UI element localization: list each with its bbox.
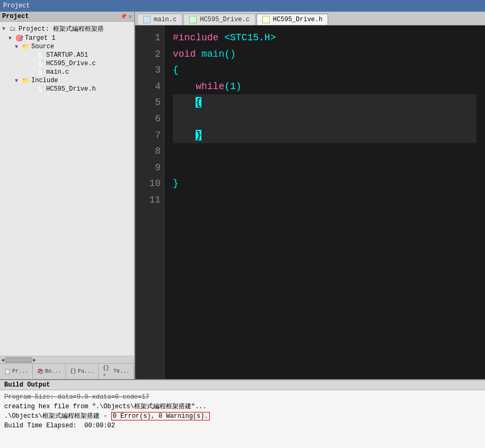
project-tree: ▼ 🗂 Project: 框架式編程框架搭 ▼ 🎯 Target 1 ▼ 📁 S… bbox=[0, 22, 134, 356]
tab-hc595-drive-c[interactable]: HC595_Drive.c bbox=[183, 14, 255, 25]
panel-tab-books-label: Bo... bbox=[45, 368, 61, 374]
build-line-2: creating hex file from ".\Objects\框架式編程框… bbox=[4, 402, 481, 411]
code-brace-close-main: } bbox=[173, 178, 179, 189]
tree-file-main-c[interactable]: 📄 main.c bbox=[0, 68, 134, 76]
tree-root-label: Project: 框架式編程框架搭 bbox=[19, 24, 104, 33]
tree-file-main-label: main.c bbox=[46, 68, 69, 76]
tab-hc595-drive-h[interactable]: HC595_Drive.h bbox=[257, 14, 329, 25]
project-panel-titlebar: Project 📌 ✕ bbox=[0, 12, 134, 22]
code-paren-1: () bbox=[224, 49, 236, 59]
tree-include-label: Include bbox=[31, 77, 58, 84]
code-content: 1 2 3 4 5 6 7 8 9 10 11 #include bbox=[135, 25, 485, 379]
code-line-9 bbox=[173, 160, 477, 176]
code-line-4: while(1) bbox=[173, 78, 477, 95]
code-keyword-void: void bbox=[173, 49, 201, 59]
code-paren-2: (1) bbox=[224, 81, 241, 92]
line-num-10: 10 bbox=[138, 175, 161, 192]
build-line-1: Program Size: data=9.0 xdata=0 code=17 bbox=[4, 392, 481, 402]
line-num-6: 6 bbox=[138, 111, 161, 127]
code-line-6 bbox=[173, 111, 477, 127]
code-brace-cursor: { bbox=[196, 97, 201, 108]
code-line-10: } bbox=[173, 175, 477, 192]
build-line-4: Build Time Elapsed: 00:00:02 bbox=[4, 421, 481, 431]
tab-main-c-icon bbox=[143, 16, 151, 23]
line-num-3: 3 bbox=[138, 62, 161, 78]
code-keyword-while: while bbox=[196, 81, 224, 92]
build-status-highlight: 0 Error(s), 0 Warning(s). bbox=[111, 412, 210, 420]
code-indent-4 bbox=[173, 81, 196, 92]
tree-file-startup[interactable]: 📄 STARTUP.A51 bbox=[0, 51, 134, 59]
line-num-8: 8 bbox=[138, 143, 161, 160]
pin-icon[interactable]: 📌 bbox=[120, 13, 127, 20]
code-func-main: main bbox=[201, 49, 224, 59]
tree-target[interactable]: ▼ 🎯 Target 1 bbox=[0, 34, 134, 42]
project-panel-title: Project bbox=[2, 13, 29, 20]
close-icon[interactable]: ✕ bbox=[129, 13, 132, 20]
tree-source-label: Source bbox=[31, 43, 54, 50]
build-output: Build Output Program Size: data=9.0 xdat… bbox=[0, 379, 485, 448]
tree-file-startup-label: STARTUP.A51 bbox=[46, 51, 88, 59]
tree-file-hc595-drive-h[interactable]: 📄 HC595_Drive.h bbox=[0, 85, 134, 93]
project-hscrollbar[interactable]: ◀ ▶ bbox=[0, 356, 134, 363]
build-output-title: Build Output bbox=[0, 380, 485, 390]
code-line-5: { bbox=[173, 94, 477, 111]
code-line-11 bbox=[173, 192, 477, 208]
panel-tab-templates-label: Te... bbox=[113, 368, 129, 374]
line-num-7: 7 bbox=[138, 127, 161, 144]
panel-bottom-tabs: 📋 Pr... 📚 Bo... {} Fu... {}₀ Te... bbox=[0, 363, 134, 379]
code-include-file: <STC15.H> bbox=[224, 32, 276, 43]
tab-hc595-drive-h-icon bbox=[262, 16, 270, 23]
tree-file-hc595-drive-c[interactable]: 📄 HC595_Drive.c bbox=[0, 59, 134, 68]
code-brace-open: { bbox=[173, 65, 179, 75]
line-num-9: 9 bbox=[138, 160, 161, 176]
code-brace-close-cursor: } bbox=[196, 130, 201, 140]
code-lines[interactable]: #include <STC15.H> void main() { while(1… bbox=[164, 25, 485, 379]
tab-main-c-label: main.c bbox=[154, 16, 177, 23]
build-output-title-label: Build Output bbox=[4, 381, 50, 389]
app-titlebar: Project bbox=[0, 0, 485, 12]
panel-tab-functions[interactable]: {} Fu... bbox=[66, 364, 99, 379]
panel-tab-books-icon: 📚 bbox=[37, 368, 43, 375]
line-numbers: 1 2 3 4 5 6 7 8 9 10 11 bbox=[135, 25, 164, 379]
tab-hc595-drive-c-label: HC595_Drive.c bbox=[200, 16, 250, 23]
build-output-content[interactable]: Program Size: data=9.0 xdata=0 code=17 c… bbox=[0, 390, 485, 448]
scroll-left-arrow[interactable]: ◀ bbox=[1, 357, 4, 363]
code-line-2: void main() bbox=[173, 46, 477, 63]
code-indent-5 bbox=[173, 97, 196, 108]
tree-file-hc595-label: HC595_Drive.c bbox=[46, 60, 96, 67]
panel-tab-templates[interactable]: {}₀ Te... bbox=[99, 364, 134, 379]
panel-tab-templates-icon: {}₀ bbox=[103, 365, 112, 377]
code-indent-7 bbox=[173, 130, 196, 140]
panel-tab-books[interactable]: 📚 Bo... bbox=[33, 364, 66, 379]
scroll-right-arrow[interactable]: ▶ bbox=[33, 357, 36, 363]
project-panel: Project 📌 ✕ ▼ 🗂 Project: 框架式編程框架搭 ▼ bbox=[0, 12, 135, 379]
scroll-thumb[interactable] bbox=[5, 357, 32, 363]
app-title-label: Project bbox=[3, 2, 30, 10]
code-editor[interactable]: 1 2 3 4 5 6 7 8 9 10 11 #include bbox=[135, 25, 485, 379]
tab-hc595-drive-h-label: HC595_Drive.h bbox=[273, 16, 323, 23]
panel-tab-project-icon: 📋 bbox=[4, 368, 11, 375]
code-keyword-include: #include bbox=[173, 32, 224, 43]
tree-include-folder[interactable]: ▼ 📁 Include bbox=[0, 76, 134, 85]
tab-main-c[interactable]: main.c bbox=[137, 14, 182, 25]
panel-tab-project[interactable]: 📋 Pr... bbox=[0, 364, 33, 379]
panel-tab-functions-label: Fu... bbox=[78, 368, 94, 374]
tree-source-folder[interactable]: ▼ 📁 Source bbox=[0, 42, 134, 51]
project-panel-controls: 📌 ✕ bbox=[120, 13, 132, 20]
build-line-3: .\Objects\框架式編程框架搭建 - 0 Error(s), 0 Warn… bbox=[4, 411, 481, 421]
tab-hc595-drive-c-icon bbox=[189, 16, 197, 23]
tree-root[interactable]: ▼ 🗂 Project: 框架式編程框架搭 bbox=[0, 24, 134, 34]
panel-tab-functions-icon: {} bbox=[70, 368, 76, 374]
line-num-5: 5 bbox=[138, 94, 161, 111]
code-line-1: #include <STC15.H> bbox=[173, 30, 477, 46]
tree-target-label: Target 1 bbox=[25, 34, 56, 42]
line-num-11: 11 bbox=[138, 192, 161, 208]
tab-bar: main.c HC595_Drive.c HC595_Drive.h bbox=[135, 12, 485, 25]
editor-area: main.c HC595_Drive.c HC595_Drive.h 1 2 bbox=[135, 12, 485, 379]
line-num-2: 2 bbox=[138, 46, 161, 63]
code-line-3: { bbox=[173, 62, 477, 78]
code-line-8 bbox=[173, 143, 477, 160]
tree-file-hc595-h-label: HC595_Drive.h bbox=[46, 85, 96, 93]
code-line-7: } bbox=[173, 127, 477, 144]
line-num-4: 4 bbox=[138, 78, 161, 95]
